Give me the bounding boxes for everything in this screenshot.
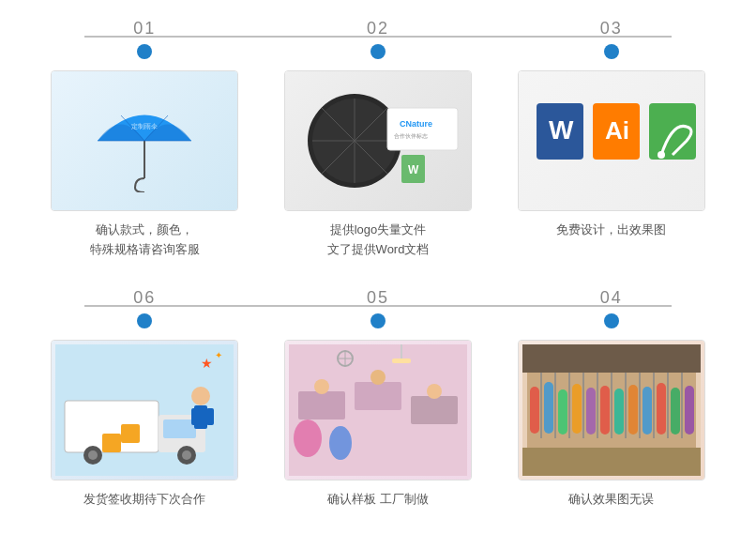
svg-text:合作伙伴标志: 合作伙伴标志 — [394, 133, 428, 139]
umbrella-icon: 定制雨伞 — [88, 89, 201, 192]
step-05-image — [285, 341, 471, 480]
svg-rect-42 — [355, 382, 401, 410]
step-01-image: 定制雨伞 — [52, 71, 237, 210]
svg-rect-41 — [298, 391, 345, 419]
logo-file-icon: CNature 合作伙伴标志 W — [294, 80, 462, 202]
step-04: 04 — [494, 288, 728, 510]
svg-text:✦: ✦ — [215, 350, 222, 360]
step-02-caption-line2: 文了提供Word文档 — [327, 242, 430, 256]
svg-text:W: W — [549, 115, 574, 145]
step-06-number: 06 — [133, 288, 156, 308]
svg-text:W: W — [408, 163, 419, 176]
step-04-image — [519, 341, 704, 480]
svg-point-48 — [329, 426, 352, 460]
step-06-dot — [137, 313, 152, 328]
step-04-dot — [604, 313, 619, 328]
step-06-image: ★ ✦ — [52, 341, 237, 480]
svg-point-46 — [427, 384, 442, 399]
delivery-icon: ★ ✦ — [55, 344, 234, 476]
step-06: 06 — [28, 288, 262, 510]
svg-rect-72 — [586, 388, 596, 435]
step-01-image-box: 定制雨伞 — [51, 70, 238, 211]
step-01-number: 01 — [133, 19, 156, 38]
svg-rect-36 — [121, 424, 140, 443]
svg-rect-76 — [643, 387, 652, 435]
step-02-image: CNature 合作伙伴标志 W — [285, 71, 471, 210]
svg-rect-12 — [387, 108, 458, 150]
row-divider — [28, 269, 728, 288]
step-05-image-box — [284, 340, 472, 480]
design-tools-icon: W Ai — [522, 75, 701, 206]
svg-rect-53 — [392, 358, 411, 363]
main-container: 01 — [0, 0, 756, 549]
svg-rect-27 — [163, 419, 196, 438]
svg-rect-71 — [572, 384, 582, 434]
svg-rect-68 — [530, 387, 539, 434]
svg-point-29 — [88, 450, 98, 460]
step-01-caption-line2: 特殊规格请咨询客服 — [90, 242, 200, 256]
svg-point-44 — [314, 379, 329, 394]
svg-text:CNature: CNature — [400, 119, 432, 129]
svg-point-32 — [191, 387, 210, 405]
step-02: 02 CNature — [262, 19, 495, 260]
step-01-caption-line1: 确认款式，颜色， — [96, 222, 193, 236]
step-04-number: 04 — [600, 288, 623, 308]
step-03-caption: 免费设计，出效果图 — [556, 221, 666, 240]
svg-point-22 — [658, 151, 665, 159]
step-04-image-box — [518, 340, 705, 480]
store-display-icon — [522, 344, 701, 476]
step-03-number: 03 — [600, 19, 623, 38]
svg-rect-70 — [558, 389, 567, 435]
svg-text:定制雨伞: 定制雨伞 — [131, 123, 158, 130]
step-02-dot — [370, 44, 386, 59]
svg-point-31 — [182, 450, 191, 460]
svg-rect-43 — [411, 396, 458, 424]
step-02-number: 02 — [367, 19, 389, 38]
step-02-caption-line1: 提供logo失量文件 — [330, 222, 427, 236]
svg-point-47 — [294, 419, 322, 457]
svg-rect-74 — [614, 389, 624, 435]
step-01-caption: 确认款式，颜色， 特殊规格请咨询客服 — [90, 221, 200, 260]
svg-rect-80 — [522, 448, 701, 476]
step-06-caption-line1: 发货签收期待下次合作 — [83, 492, 205, 506]
step-05-caption-line1: 确认样板 工厂制做 — [327, 492, 429, 506]
row-1: 01 — [28, 19, 728, 260]
step-05: 05 — [262, 288, 495, 510]
svg-rect-34 — [191, 408, 199, 425]
step-06-image-box: ★ ✦ — [51, 340, 238, 480]
step-01-dot — [137, 44, 152, 59]
svg-rect-35 — [206, 408, 214, 425]
factory-icon — [289, 344, 467, 476]
svg-rect-55 — [522, 344, 701, 373]
step-03: 03 W Ai — [494, 19, 728, 240]
step-04-caption-line1: 确认效果图无误 — [568, 492, 654, 506]
step-04-caption: 确认效果图无误 — [568, 490, 654, 510]
svg-rect-37 — [102, 434, 121, 452]
svg-rect-75 — [628, 385, 638, 435]
svg-text:Ai: Ai — [605, 116, 629, 145]
row-2: 06 — [28, 288, 728, 510]
step-03-caption-line1: 免费设计，出效果图 — [556, 222, 666, 236]
step-06-caption: 发货签收期待下次合作 — [83, 490, 205, 510]
svg-point-45 — [370, 370, 386, 385]
svg-text:★: ★ — [201, 356, 213, 371]
svg-rect-78 — [671, 388, 680, 435]
step-02-image-box: CNature 合作伙伴标志 W — [284, 70, 472, 211]
step-05-dot — [370, 313, 386, 328]
step-02-caption: 提供logo失量文件 文了提供Word文档 — [327, 221, 430, 260]
step-03-image-box: W Ai — [518, 70, 705, 211]
step-01: 01 — [28, 19, 262, 260]
svg-rect-73 — [600, 386, 610, 435]
svg-rect-69 — [544, 382, 553, 434]
step-05-caption: 确认样板 工厂制做 — [327, 490, 429, 510]
step-03-image: W Ai — [519, 71, 704, 210]
svg-rect-79 — [685, 386, 694, 435]
step-03-dot — [604, 44, 619, 59]
step-05-number: 05 — [367, 288, 389, 308]
svg-rect-77 — [657, 383, 666, 435]
